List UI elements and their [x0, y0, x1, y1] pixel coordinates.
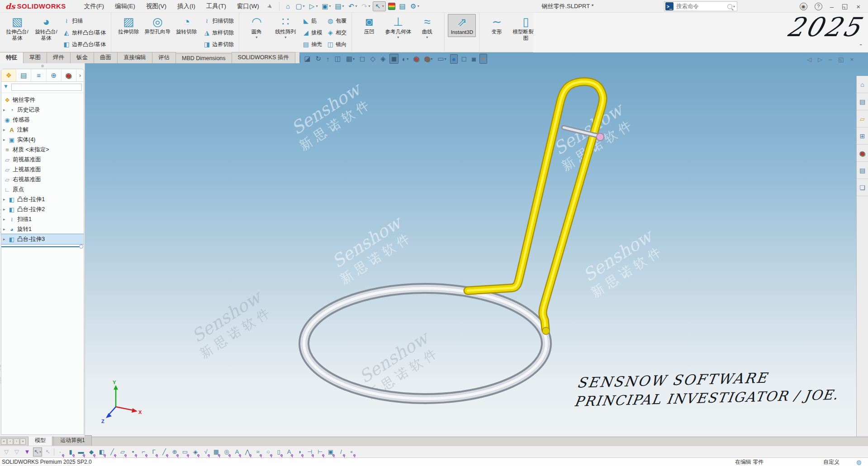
- doc-next-window-icon[interactable]: ▷: [818, 56, 822, 63]
- snap-solid-icon[interactable]: ◆: [87, 447, 96, 457]
- chrome-ring[interactable]: [304, 288, 546, 399]
- tree-filter-input[interactable]: [11, 84, 82, 91]
- expand-caret-icon[interactable]: [3, 237, 8, 241]
- edit-appearance-icon[interactable]: ◉: [412, 54, 421, 63]
- selection-filter-icon[interactable]: ▽: [2, 447, 11, 457]
- snap-letter-icon[interactable]: A: [285, 447, 294, 457]
- fillet-button[interactable]: ◠ 圆角: [242, 14, 270, 40]
- expand-pane-icon[interactable]: ›: [76, 72, 84, 79]
- ribbon-small-button[interactable]: ◍ 包覆: [325, 15, 348, 27]
- file-properties-icon[interactable]: ▤: [398, 2, 408, 11]
- print-icon[interactable]: ▤ ▾: [333, 2, 346, 11]
- snap-text-icon[interactable]: A: [232, 447, 242, 457]
- featuremanager-tab-icon[interactable]: ❖: [1, 69, 16, 81]
- panel-splitter-handle[interactable]: [41, 65, 44, 67]
- dropdown-arrow-icon[interactable]: ▾: [417, 4, 419, 8]
- doc-close-icon[interactable]: ×: [850, 56, 854, 63]
- hole-wizard-button[interactable]: ◎ 异型孔向导: [143, 14, 171, 36]
- model-tab[interactable]: 运动算例1: [53, 435, 92, 446]
- reference-geometry-button[interactable]: ⊥ 参考几何体: [384, 14, 412, 40]
- dropdown-arrow-icon[interactable]: ▾: [382, 4, 384, 8]
- search-icon[interactable]: [727, 4, 732, 9]
- select-cursor-icon[interactable]: ↖ ▾: [373, 1, 386, 11]
- tab-nav-last-icon[interactable]: »: [20, 438, 26, 445]
- dropdown-arrow-icon[interactable]: ▾: [369, 4, 370, 8]
- snap-grid-icon[interactable]: ▣: [326, 447, 335, 457]
- dropdown-arrow-icon[interactable]: ▾: [39, 450, 41, 454]
- ribbon-small-button[interactable]: ≀ 扫描: [62, 15, 107, 27]
- snap-left-icon[interactable]: ⊣: [305, 447, 314, 457]
- ribbon-small-button[interactable]: ▤ 抽壳: [301, 38, 323, 50]
- tree-item[interactable]: 凸台-拉伸1: [1, 194, 84, 204]
- perspective-icon[interactable]: ⌁: [479, 54, 487, 64]
- ribbon-small-button[interactable]: ◣ 筋: [301, 15, 323, 27]
- command-search-box[interactable]: >_ ▾: [664, 1, 737, 11]
- snap-right-icon[interactable]: ⊢: [316, 447, 325, 457]
- extrude-boss-button[interactable]: ▧ 拉伸凸台/基体: [3, 14, 31, 42]
- tree-item[interactable]: 实体(4): [1, 135, 84, 145]
- tree-item[interactable]: 前视基准面: [1, 155, 84, 165]
- wireframe-display-icon[interactable]: ◻: [358, 54, 366, 63]
- snap-slash-icon[interactable]: ╱: [160, 447, 169, 457]
- ribbon-tab[interactable]: 曲面: [94, 52, 118, 63]
- expand-caret-icon[interactable]: [3, 207, 8, 212]
- taskpane-forum-icon[interactable]: ❏: [857, 179, 868, 196]
- tree-item[interactable]: 扫描1: [1, 214, 84, 224]
- dropdown-arrow-icon[interactable]: ▾: [445, 57, 446, 61]
- ribbon-small-button[interactable]: ◮ 放样切除: [202, 27, 235, 38]
- doc-minimize-icon[interactable]: –: [829, 56, 832, 63]
- tab-nav-prev-icon[interactable]: ‹: [7, 438, 13, 445]
- view-orientation-icon[interactable]: ▦ ▾: [345, 54, 356, 63]
- ribbon-small-button[interactable]: ◧ 边界凸台/基体: [62, 38, 107, 50]
- rollback-handle[interactable]: [79, 245, 83, 249]
- graphics-viewport[interactable]: Senshow 新思诺软件 Senshow 新思诺软件 Senshow 新思诺软…: [85, 52, 868, 437]
- propertymanager-tab-icon[interactable]: ▤: [16, 69, 31, 81]
- new-document-icon[interactable]: ▢ ▾: [294, 2, 306, 11]
- snap-corner-icon[interactable]: ⌐: [139, 447, 148, 457]
- ribbon-tab[interactable]: 焊件: [47, 52, 71, 63]
- snap-dot-icon[interactable]: ∘: [347, 447, 356, 457]
- close-icon[interactable]: ×: [852, 2, 864, 11]
- taskpane-appearances-icon[interactable]: ◉: [857, 145, 868, 162]
- tree-item[interactable]: 凸台-拉伸2: [1, 204, 84, 214]
- menu-item[interactable]: 视图(V): [141, 0, 172, 12]
- dropdown-arrow-icon[interactable]: ▾: [303, 4, 305, 8]
- dropdown-arrow-icon[interactable]: ▾: [329, 4, 331, 8]
- restore-icon[interactable]: ◱: [838, 1, 852, 11]
- taskpane-home-icon[interactable]: ⌂: [857, 76, 868, 93]
- displaymanager-tab-icon[interactable]: ◉: [62, 69, 76, 81]
- snap-half-icon[interactable]: ◑: [295, 447, 304, 457]
- snap-magnifier-icon[interactable]: ◎: [222, 447, 231, 457]
- user-account-icon[interactable]: ◉: [800, 3, 807, 10]
- menu-item[interactable]: 插入(I): [172, 0, 201, 12]
- shaded-with-edges-icon[interactable]: ◼: [389, 54, 398, 64]
- snap-box-icon[interactable]: ▭: [180, 447, 190, 457]
- ribbon-tab[interactable]: 直接编辑: [117, 52, 152, 63]
- search-input[interactable]: [675, 3, 727, 10]
- dropdown-arrow-icon[interactable]: ▾: [407, 57, 408, 61]
- expand-caret-icon[interactable]: [3, 217, 8, 221]
- deform-button[interactable]: ∼ 变形: [483, 14, 511, 36]
- snap-spring-icon[interactable]: ≈: [253, 447, 262, 457]
- search-dropdown-icon[interactable]: ▾: [733, 5, 735, 9]
- tab-nav-first-icon[interactable]: «: [1, 438, 7, 445]
- taskpane-file-explorer-icon[interactable]: ⊞: [857, 127, 868, 145]
- dimxpertmanager-tab-icon[interactable]: ⊕: [47, 69, 62, 81]
- configurationmanager-tab-icon[interactable]: ≡: [31, 69, 46, 81]
- menu-item[interactable]: 文件(F): [79, 0, 109, 12]
- ribbon-small-button[interactable]: ≀ 扫描切除: [202, 15, 235, 27]
- indent-button[interactable]: ◙ 压凹: [355, 14, 383, 36]
- redo-icon[interactable]: ↷ ▾: [360, 2, 372, 11]
- ribbon-small-button[interactable]: ◭ 放样凸台/基体: [62, 27, 107, 38]
- hidden-lines-display-icon[interactable]: ◇: [369, 54, 377, 63]
- ribbon-small-button[interactable]: ◨ 边界切除: [202, 38, 235, 50]
- dropdown-arrow-icon[interactable]: ▾: [356, 4, 357, 8]
- view-settings-icon[interactable]: ▭ ▾: [436, 54, 447, 63]
- snap-diagonal-icon[interactable]: ╱: [108, 447, 117, 457]
- snap-plane-icon[interactable]: ▱: [118, 447, 127, 457]
- filter-vertices-icon[interactable]: ▽: [12, 447, 21, 457]
- snap-clamp-icon[interactable]: ▯: [274, 447, 283, 457]
- save-icon[interactable]: ▣ ▾: [320, 2, 332, 11]
- ribbon-tab[interactable]: 评估: [152, 52, 176, 63]
- rebuild-traffic-light-icon[interactable]: ●: [387, 2, 397, 11]
